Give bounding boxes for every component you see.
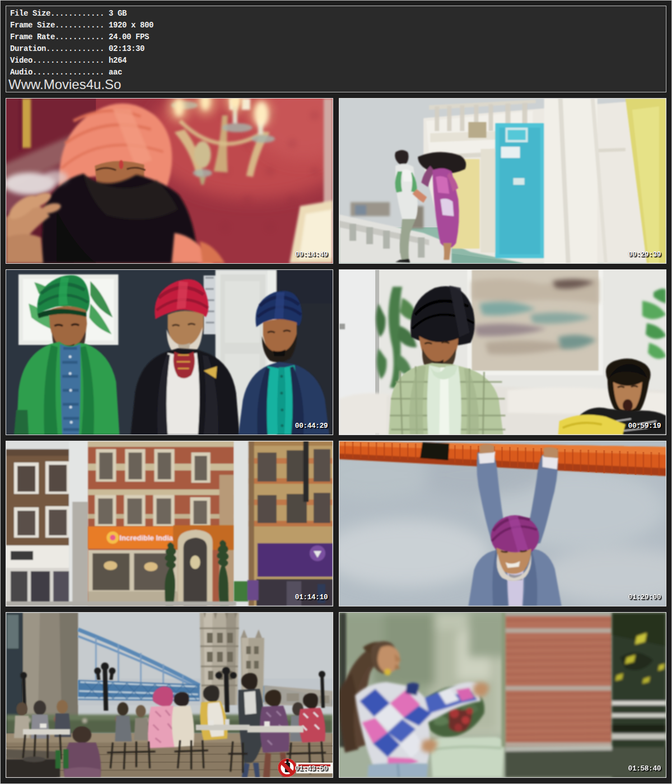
svg-text:Incredible India: Incredible India	[119, 534, 173, 542]
